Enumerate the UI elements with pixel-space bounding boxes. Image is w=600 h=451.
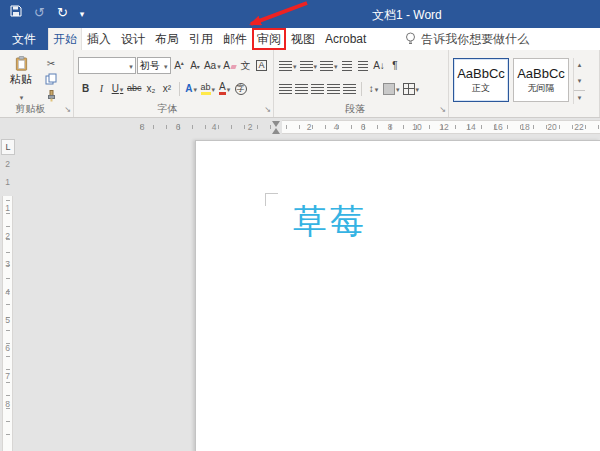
shading-icon	[383, 83, 395, 95]
subscript-button[interactable]: x₂	[144, 80, 159, 97]
separator	[179, 82, 180, 96]
ruler-number: 7	[0, 371, 15, 381]
line-spacing-button[interactable]: ↕	[366, 80, 381, 97]
align-right-icon	[311, 84, 324, 94]
tab-layout[interactable]: 布局	[150, 28, 184, 50]
justify-button[interactable]	[326, 80, 341, 97]
eraser-icon	[230, 61, 236, 71]
undo-button[interactable]	[34, 6, 45, 19]
ruler-number: 1	[0, 177, 15, 187]
styles-scroll-down-button[interactable]	[574, 74, 585, 88]
copy-button[interactable]	[42, 73, 60, 86]
clipboard-group: 粘贴	[0, 50, 74, 117]
paragraph-group: A↓ ¶ ↕ 段落	[274, 50, 449, 117]
first-line-indent-marker[interactable]	[272, 121, 280, 127]
styles-scroll-up-button[interactable]	[574, 58, 585, 72]
enclose-character-icon: 字	[235, 83, 247, 95]
tab-view[interactable]: 视图	[286, 28, 320, 50]
text-effects-icon: A	[185, 84, 192, 94]
redo-button[interactable]	[57, 6, 68, 19]
ribbon-tab-bar: 文件 开始 插入 设计 布局 引用 邮件 审阅 视图 Acrobat 告诉我你想…	[0, 28, 600, 50]
font-size-value: 初号	[140, 59, 160, 73]
clipboard-controls: 粘贴	[4, 56, 69, 103]
styles-more-button[interactable]	[574, 90, 585, 104]
horizontal-ruler[interactable]: 8 6 4 2 2 4 6 8 10 12 14 16 18 20 22	[0, 118, 600, 136]
show-marks-button[interactable]: ¶	[388, 57, 403, 74]
paragraph-dialog-launcher[interactable]	[439, 98, 446, 116]
sort-button[interactable]: A↓	[372, 57, 387, 74]
font-row-1: 初号 A A Aa A 文 A	[78, 56, 269, 75]
qat-customize-button[interactable]	[80, 6, 85, 19]
font-size-combo[interactable]: 初号	[137, 57, 171, 74]
numbering-button[interactable]	[299, 57, 319, 74]
ruler-number: 12	[439, 122, 448, 132]
underline-button[interactable]: U	[110, 80, 125, 97]
enclose-character-button[interactable]: 字	[233, 80, 248, 97]
align-right-button[interactable]	[310, 80, 325, 97]
bullets-button[interactable]	[278, 57, 298, 74]
italic-button[interactable]: I	[94, 80, 109, 97]
tab-selector[interactable]: L	[1, 139, 15, 155]
increase-indent-icon	[358, 61, 368, 71]
tab-file[interactable]: 文件	[0, 28, 48, 50]
ruler-number: 8	[388, 122, 393, 132]
change-case-button[interactable]: Aa	[204, 57, 221, 74]
chevron-down-icon	[395, 84, 400, 94]
vertical-ruler[interactable]: 2 1 1 2 3 4 5 6 7 8	[0, 136, 15, 451]
paste-button[interactable]: 粘贴	[4, 56, 38, 103]
scissors-icon	[47, 58, 55, 69]
borders-button[interactable]	[402, 80, 421, 97]
chevron-down-icon	[19, 88, 24, 103]
style-card-no-spacing[interactable]: AaBbCc 无间隔	[513, 58, 569, 102]
ruler-number: 4	[212, 122, 217, 132]
font-color-button[interactable]: A	[217, 80, 232, 97]
clipboard-dialog-launcher[interactable]	[64, 98, 71, 116]
bold-button[interactable]: B	[78, 80, 93, 97]
tab-review[interactable]: 审阅	[252, 28, 286, 50]
align-left-button[interactable]	[278, 80, 293, 97]
decrease-indent-button[interactable]	[340, 57, 355, 74]
tab-references[interactable]: 引用	[184, 28, 218, 50]
ruler-number: 2	[0, 159, 15, 169]
cut-button[interactable]	[42, 58, 60, 69]
text-effects-button[interactable]: A	[184, 80, 199, 97]
hanging-indent-marker[interactable]	[272, 128, 280, 134]
clear-format-icon: A	[223, 61, 230, 71]
tab-insert[interactable]: 插入	[82, 28, 116, 50]
save-button[interactable]	[10, 5, 22, 19]
ruler-number: 14	[466, 122, 475, 132]
ruler-number: 4	[0, 287, 15, 297]
chevron-down-icon	[211, 84, 216, 94]
align-left-icon	[279, 84, 292, 94]
style-preview: AaBbCc	[517, 66, 565, 81]
phonetic-guide-button[interactable]: 文	[238, 57, 253, 74]
paragraph-group-label: 段落	[274, 102, 436, 116]
redo-icon	[57, 5, 68, 20]
superscript-button[interactable]: x²	[160, 80, 175, 97]
tab-design[interactable]: 设计	[116, 28, 150, 50]
clear-formatting-button[interactable]: A	[222, 57, 237, 74]
grow-font-button[interactable]: A	[172, 57, 187, 74]
clipboard-small-buttons	[42, 56, 60, 103]
increase-indent-button[interactable]	[356, 57, 371, 74]
character-border-button[interactable]: A	[254, 57, 269, 74]
triangle-down-icon	[197, 61, 200, 71]
distribute-button[interactable]	[342, 80, 357, 97]
tell-me-button[interactable]: 告诉我你想要做什么	[405, 28, 529, 50]
style-card-normal[interactable]: AaBbCc 正文	[453, 58, 509, 102]
shrink-font-button[interactable]: A	[188, 57, 203, 74]
ruler-number: 2	[0, 231, 15, 241]
font-dialog-launcher[interactable]	[264, 98, 271, 116]
font-name-combo[interactable]	[78, 57, 136, 74]
tab-home[interactable]: 开始	[48, 28, 82, 50]
font-row-2: B I U abc x₂ x² A ab A 字	[78, 79, 269, 98]
format-painter-icon	[45, 90, 57, 102]
highlight-button[interactable]: ab	[200, 80, 217, 97]
shading-button[interactable]	[382, 80, 401, 97]
page[interactable]: 草莓	[195, 140, 600, 451]
strikethrough-button[interactable]: abc	[126, 80, 143, 97]
tab-mailings[interactable]: 邮件	[218, 28, 252, 50]
align-center-button[interactable]	[294, 80, 309, 97]
multilevel-list-button[interactable]	[319, 57, 339, 74]
tab-acrobat[interactable]: Acrobat	[320, 28, 371, 50]
